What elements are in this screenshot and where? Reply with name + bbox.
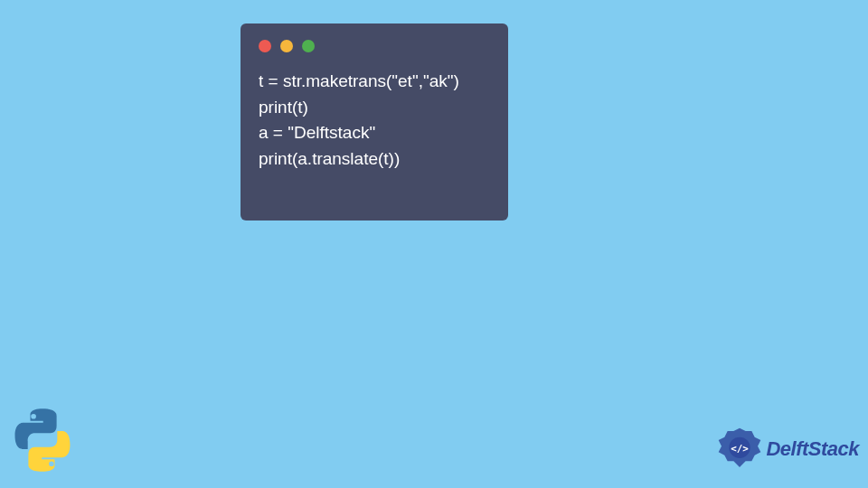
svg-text:</>: </>: [731, 443, 750, 455]
code-line-2: print(t): [259, 95, 490, 121]
minimize-dot-icon: [280, 40, 293, 52]
delftstack-logo: </> DelftStack: [717, 427, 859, 472]
code-line-4: print(a.translate(t)): [259, 146, 490, 173]
code-line-3: a = "Delftstack": [259, 120, 490, 146]
delftstack-text: DelftStack: [766, 437, 859, 461]
delftstack-badge-icon: </>: [717, 427, 762, 472]
maximize-dot-icon: [302, 40, 315, 52]
code-window: t = str.maketrans("et","ak") print(t) a …: [241, 23, 508, 221]
python-logo-icon: [7, 405, 78, 475]
window-controls: [259, 40, 490, 52]
close-dot-icon: [259, 40, 271, 52]
code-line-1: t = str.maketrans("et","ak"): [259, 69, 490, 95]
